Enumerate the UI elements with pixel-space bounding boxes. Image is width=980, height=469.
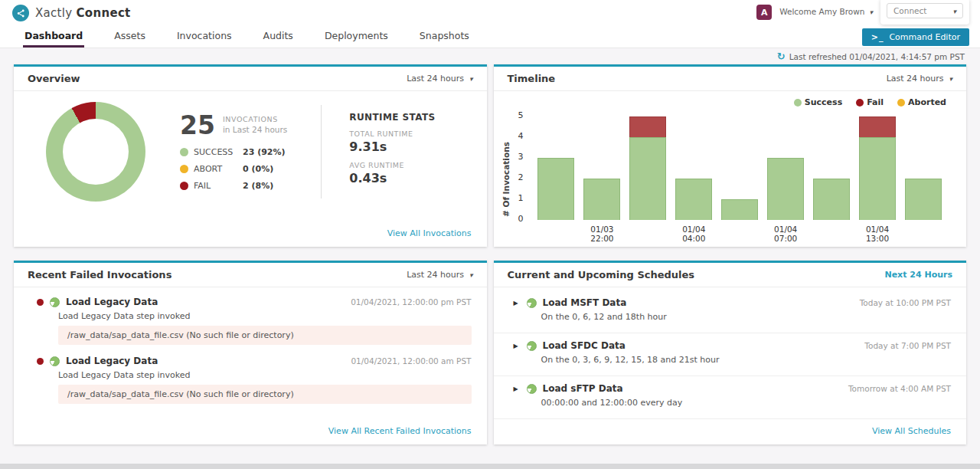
overview-body: 25 INVOCATIONS in Last 24 hours SUCCESS2… — [14, 91, 487, 202]
invocation-error-message: /raw_data/sap_data_file.csv (No such fil… — [58, 385, 472, 404]
bar-group — [808, 179, 854, 220]
legend-dot — [180, 182, 188, 190]
failed-invocations-list: Load Legacy Data01/04/2021, 12:00:00 pm … — [14, 287, 487, 419]
user-menu[interactable]: Welcome Amy Brown — [779, 7, 873, 16]
bar-segment-success — [813, 179, 850, 220]
tab-snapshots[interactable]: Snapshots — [418, 26, 471, 48]
failed-invocations-footer: View All Recent Failed Invocations — [14, 419, 487, 444]
integration-icon — [527, 298, 537, 308]
environment-card: Connect — [880, 0, 969, 25]
bar-segment-success — [583, 179, 620, 220]
schedule-row[interactable]: Load MSFT DataToday at 10:00 PM PST — [514, 297, 952, 308]
bar-group — [625, 116, 671, 220]
tab-invocations[interactable]: Invocations — [175, 26, 234, 48]
y-tick-label: 4 — [518, 131, 524, 141]
schedule-item: Load sFTP DataTomorrow at 4:00 AM PST00:… — [494, 376, 967, 418]
bar-stack[interactable] — [537, 158, 574, 220]
nav-tabs: DashboardAssetsInvocationsAuditsDeployme… — [23, 26, 471, 48]
chevron-down-icon — [949, 74, 952, 84]
expand-arrow-icon[interactable] — [514, 300, 521, 307]
legend-label: FAIL — [194, 181, 243, 191]
tab-assets[interactable]: Assets — [113, 26, 147, 48]
invocation-count: 25 — [180, 113, 215, 138]
x-tick-label — [625, 220, 671, 243]
timeline-legend-item: Success — [794, 97, 842, 107]
xactly-logo-icon[interactable] — [12, 5, 29, 21]
bar-stack[interactable] — [721, 199, 758, 220]
tab-audits[interactable]: Audits — [262, 26, 295, 48]
schedule-row[interactable]: Load SFDC DataToday at 7:00 PM PST — [514, 340, 952, 351]
overview-title: Overview — [28, 73, 80, 84]
bar-stack[interactable] — [767, 158, 804, 220]
failed-invocations-header: Recent Failed Invocations Last 24 hours — [14, 263, 487, 287]
avatar[interactable]: A — [756, 5, 772, 20]
refresh-icon[interactable] — [777, 51, 786, 62]
legend-dot — [794, 99, 802, 107]
bottom-strip — [0, 464, 980, 469]
bar-stack[interactable] — [905, 179, 942, 220]
overview-range-select[interactable]: Last 24 hours — [407, 74, 472, 84]
expand-arrow-icon[interactable] — [514, 385, 521, 392]
avg-runtime-label: AVG RUNTIME — [349, 161, 435, 169]
bar-stack[interactable] — [583, 179, 620, 220]
avg-runtime-value: 0.43s — [349, 171, 435, 185]
legend-label: SUCCESS — [194, 147, 243, 157]
failed-invocations-range-value: Last 24 hours — [407, 270, 464, 280]
timeline-bar-chart: # Of Invocations 012345 01/03 22:0001/04… — [501, 113, 950, 247]
chevron-down-icon — [469, 74, 473, 84]
period-caption: in Last 24 hours — [223, 125, 287, 134]
bar-stack[interactable] — [813, 179, 850, 220]
overview-footer: View All Invocations — [14, 221, 487, 247]
timeline-legend: SuccessFailAborted — [501, 97, 947, 107]
timeline-yaxis: 012345 — [511, 113, 531, 220]
overview-panel: Overview Last 24 hours 25 INVOC — [14, 64, 487, 247]
x-tick-label — [808, 220, 854, 243]
bar-group — [900, 179, 946, 220]
command-editor-label: Command Editor — [889, 32, 960, 42]
invocation-name: Load Legacy Data — [66, 356, 158, 366]
expand-arrow-icon[interactable] — [514, 343, 521, 349]
x-tick-label — [717, 220, 763, 243]
legend-dot — [856, 99, 864, 107]
schedules-header: Current and Upcoming Schedules Next 24 H… — [494, 263, 967, 287]
schedule-description: On the 0, 3, 6, 9, 12, 15, 18 and 21st h… — [541, 355, 952, 365]
fail-status-dot — [37, 358, 44, 365]
timeline-range-select[interactable]: Last 24 hours — [887, 74, 952, 84]
schedule-item: Load SFDC DataToday at 7:00 PM PSTOn the… — [494, 333, 967, 376]
failed-invocations-range-select[interactable]: Last 24 hours — [407, 270, 472, 280]
timeline-body: SuccessFailAborted # Of Invocations 0123… — [494, 91, 967, 247]
schedule-name: Load MSFT Data — [543, 297, 627, 308]
bar-segment-success — [537, 158, 574, 220]
view-all-schedules-link[interactable]: View All Schedules — [872, 426, 951, 436]
chevron-down-icon — [469, 270, 473, 280]
view-all-failed-invocations-link[interactable]: View All Recent Failed Invocations — [328, 426, 472, 436]
x-tick-label — [534, 220, 580, 243]
timeline-legend-item: Aborted — [897, 97, 946, 107]
y-tick-label: 0 — [518, 214, 524, 224]
terminal-prompt-icon: >_ — [871, 32, 884, 42]
schedule-timestamp: Today at 7:00 PM PST — [864, 341, 951, 350]
bar-stack[interactable] — [859, 116, 896, 220]
legend-label: ABORT — [194, 164, 243, 174]
invocation-description: Load Legacy Data step invoked — [58, 370, 472, 380]
invocation-description: Load Legacy Data step invoked — [58, 311, 472, 321]
environment-select[interactable]: Connect — [887, 3, 963, 18]
view-all-invocations-link[interactable]: View All Invocations — [387, 228, 472, 238]
bar-stack[interactable] — [675, 179, 712, 220]
tab-deployments[interactable]: Deployments — [323, 26, 390, 48]
next-24-hours-link[interactable]: Next 24 Hours — [884, 270, 952, 280]
bar-stack[interactable] — [629, 116, 666, 220]
command-editor-button[interactable]: >_ Command Editor — [862, 28, 969, 46]
invocation-error-message: /raw_data/sap_data_file.csv (No such fil… — [58, 326, 472, 345]
legend-value: 0 (0%) — [243, 164, 287, 174]
failed-invocation-row[interactable]: Load Legacy Data01/04/2021, 12:00:00 am … — [37, 356, 472, 366]
integration-icon — [527, 341, 537, 351]
donut-hole — [63, 119, 129, 185]
failed-invocation-row[interactable]: Load Legacy Data01/04/2021, 12:00:00 pm … — [37, 297, 472, 307]
invocation-count-row: 25 INVOCATIONS in Last 24 hours — [180, 113, 287, 138]
schedule-timestamp: Tomorrow at 4:00 AM PST — [848, 384, 951, 393]
tab-dashboard[interactable]: Dashboard — [23, 26, 84, 48]
schedule-row[interactable]: Load sFTP DataTomorrow at 4:00 AM PST — [514, 383, 952, 394]
legend-value: 23 (92%) — [243, 147, 287, 157]
failed-invocations-panel: Recent Failed Invocations Last 24 hours … — [14, 261, 487, 444]
